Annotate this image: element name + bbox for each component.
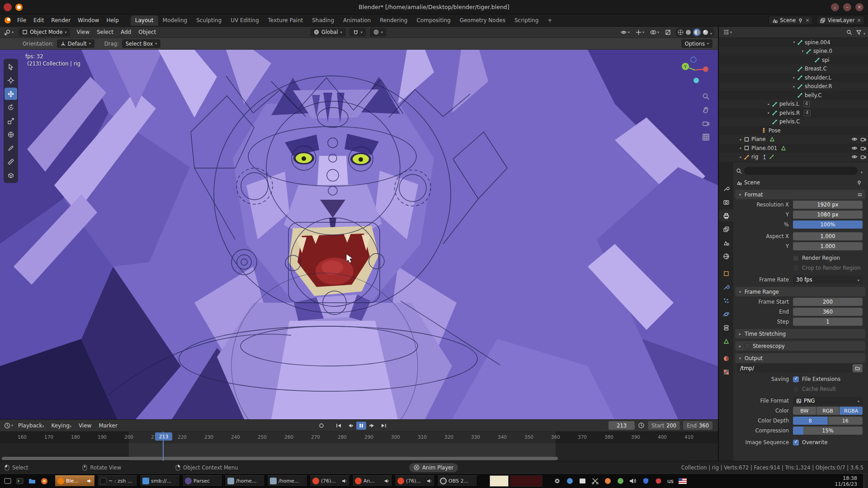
proportional-editing-dropdown[interactable] [370,28,387,37]
current-frame-field[interactable]: 213 [609,421,635,430]
cache-result-checkbox[interactable] [793,386,799,392]
taskbar-app-files-2[interactable]: /home... [267,475,307,487]
outliner-row-bone[interactable]: ▸shoulder.L [719,73,868,82]
resolution-y-field[interactable]: 1080 px [793,211,863,219]
panel-menu-icon[interactable] [857,192,863,197]
resolution-x-field[interactable]: 1920 px [793,201,863,209]
color-rgb-button[interactable]: RGB [816,407,840,415]
outliner-row-pose[interactable]: Pose [719,126,868,135]
outliner-row-armature[interactable]: ▸rig [719,153,868,162]
shading-material-active[interactable] [693,28,701,36]
taskbar-app-smb[interactable]: smb://... [140,475,180,487]
taskbar-app-files-1[interactable]: /home... [225,475,265,487]
tool-move[interactable] [5,88,17,100]
menu-add[interactable]: Add [117,29,135,35]
menu-playback[interactable]: Playback [14,422,48,429]
clock[interactable]: 18:38 11/16/23 [835,475,857,487]
aspect-x-field[interactable]: 1.000 [793,232,863,240]
search-icon[interactable] [736,168,742,174]
tab-world-properties[interactable] [719,250,733,262]
scene-unlink-icon[interactable]: × [805,17,810,23]
add-workspace-button[interactable]: + [543,15,557,26]
outliner-row-object[interactable]: ▸Plane [719,135,868,144]
menu-keying[interactable]: Keying [48,422,75,429]
properties-filter-dropdown[interactable] [861,167,863,175]
workspace-tab-animation[interactable]: Animation [339,15,375,26]
aspect-y-field[interactable]: 1.000 [793,242,863,250]
taskbar-app-zsh[interactable]: ~ : zsh ... [97,475,137,487]
workspace-tab-uv-editing[interactable]: UV Editing [226,15,264,26]
timeline-scrollbar[interactable] [2,457,558,460]
anim-player-chip[interactable]: Anim Player [409,463,458,472]
outliner-row-bone[interactable]: ▸pelvis.R4 [719,108,868,117]
next-keyframe-button[interactable] [368,422,377,430]
menu-file[interactable]: File [14,17,30,23]
outliner-row-bone[interactable]: ▸pelvis.L4 [719,100,868,109]
shading-rendered-icon[interactable] [703,29,708,35]
tray-blue-app-icon[interactable] [566,477,574,485]
frame-end-field[interactable]: End360 [683,421,712,430]
color-bw-button[interactable]: BW [793,407,816,415]
disclosure-icon[interactable]: ▸ [738,137,744,141]
panel-header-output[interactable]: ▾Output [735,353,865,363]
tab-constraint-properties[interactable] [719,322,733,333]
tool-add-cube[interactable] [5,169,17,181]
tool-measure[interactable] [5,155,17,168]
outliner-row-bone[interactable]: belly.C [719,91,868,100]
disclosure-icon[interactable]: ▾ [800,49,806,53]
tool-annotate[interactable] [5,142,17,154]
editor-type-dropdown[interactable] [3,29,15,36]
gizmo-z-axis[interactable] [691,57,696,62]
depth-16-button[interactable]: 16 [828,417,863,425]
viewport-camera-icon[interactable] [701,118,711,128]
frame-end-field[interactable]: 360 [793,308,863,316]
file-format-dropdown[interactable]: PNG [793,397,863,405]
workspace-tab-sculpting[interactable]: Sculpting [192,15,226,26]
menu-render[interactable]: Render [47,17,74,23]
tab-modifier-properties[interactable] [719,281,733,293]
workspace-tab-layout[interactable]: Layout [131,15,158,26]
tray-green-app-icon[interactable] [617,477,624,485]
viewport-zoom-icon[interactable] [701,91,711,101]
render-region-checkbox[interactable] [793,255,799,261]
drag-dropdown[interactable]: Select Box [122,39,161,48]
output-path-field[interactable]: /tmp/ [737,364,852,372]
terminal-launcher-icon[interactable] [16,477,24,485]
orientation-dropdown[interactable]: Default [57,39,94,48]
transform-orientation-dropdown[interactable]: Global [310,28,346,37]
overlays-dropdown[interactable] [649,29,660,35]
filter-icon[interactable] [856,29,862,35]
color-rgba-button[interactable]: RGBA [840,407,863,415]
panel-header-stereoscopy[interactable]: ▸Stereoscopy [735,341,865,351]
browser-launcher-icon[interactable] [40,477,48,485]
frame-step-field[interactable]: 1 [793,318,863,326]
workspace-tab-scripting[interactable]: Scripting [510,15,543,26]
menu-edit[interactable]: Edit [30,17,47,23]
window-rollup-button[interactable]: ⌄ [831,3,839,11]
shading-solid-icon[interactable] [685,29,691,35]
menu-window[interactable]: Window [74,17,103,23]
tray-window-icon[interactable] [579,477,586,485]
gizmos-dropdown[interactable] [634,29,646,35]
workspace-tab-compositing[interactable]: Compositing [412,15,455,26]
disable-render-camera-icon[interactable] [860,136,866,142]
disclosure-icon[interactable]: ▸ [738,146,744,150]
compression-slider[interactable]: 15% [793,427,863,435]
tool-transform[interactable] [5,128,17,141]
frame-start-field[interactable]: 200 [793,298,863,306]
volume-icon[interactable] [629,478,637,484]
gizmo-x-axis[interactable] [703,66,708,72]
keyboard-layout-indicator[interactable]: us [667,478,674,484]
gizmo-axis-negative[interactable] [693,78,699,83]
timeline-track[interactable] [0,443,718,461]
tray-record-icon[interactable] [655,477,662,485]
overwrite-checkbox[interactable] [793,440,799,446]
disable-render-camera-icon[interactable] [860,145,866,151]
show-desktop-strip[interactable] [863,474,868,488]
menu-select[interactable]: Select [93,29,117,35]
auto-keying-clock-icon[interactable] [638,422,645,429]
outliner-row-bone[interactable]: ▾spine.0 [719,47,868,56]
timeline-editor-dropdown[interactable] [3,422,14,429]
disclosure-icon[interactable]: ▾ [791,40,797,44]
view-layer-selector[interactable]: ViewLayer × [816,16,864,25]
